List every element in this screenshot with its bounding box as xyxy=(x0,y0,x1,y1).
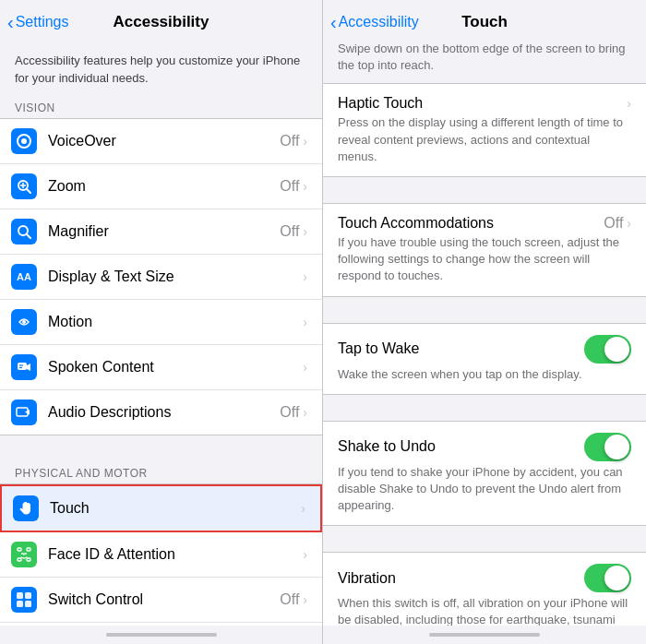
haptic-touch-item[interactable]: Haptic Touch › Press on the display usin… xyxy=(323,84,646,176)
accessibility-back-button[interactable]: ‹ Accessibility xyxy=(330,12,419,33)
vision-section: VoiceOver Off › Zoom Off › Magnifier Off xyxy=(0,118,322,435)
display-text-label: Display & Text Size xyxy=(48,268,303,285)
right-scroll: Swipe down on the bottom edge of the scr… xyxy=(323,41,646,626)
svg-rect-18 xyxy=(27,558,30,561)
tap-wake-item[interactable]: Tap to Wake Wake the screen when you tap… xyxy=(323,324,646,394)
audio-desc-chevron-icon: › xyxy=(303,405,307,420)
spoken-content-icon xyxy=(11,354,37,380)
right-back-chevron-icon: ‹ xyxy=(330,12,337,33)
touch-chevron-icon: › xyxy=(301,501,305,516)
zoom-value: Off xyxy=(280,178,299,195)
audio-desc-icon xyxy=(11,400,37,425)
shake-undo-item[interactable]: Shake to Undo If you tend to shake your … xyxy=(323,422,646,526)
right-home-bar xyxy=(323,626,646,644)
switch-ctrl-icon xyxy=(11,587,37,613)
settings-back-button[interactable]: ‹ Settings xyxy=(7,12,68,33)
svg-rect-25 xyxy=(25,601,31,607)
svg-rect-16 xyxy=(27,548,30,551)
switch-ctrl-chevron-icon: › xyxy=(303,592,307,607)
vibration-toggle-thumb xyxy=(604,566,629,590)
haptic-touch-title: Haptic Touch xyxy=(338,95,423,112)
description-box: Accessibility features help you customiz… xyxy=(0,41,322,96)
face-id-label: Face ID & Attention xyxy=(48,546,303,563)
shake-undo-desc: If you tend to shake your iPhone by acci… xyxy=(338,464,631,515)
touch-acc-desc: If you have trouble using the touch scre… xyxy=(338,234,631,285)
motion-chevron-icon: › xyxy=(303,315,307,329)
left-scroll: Accessibility features help you customiz… xyxy=(0,41,322,626)
svg-point-19 xyxy=(21,553,23,555)
list-item-display-text[interactable]: AA Display & Text Size › xyxy=(0,255,322,300)
motion-icon xyxy=(11,309,37,335)
svg-point-20 xyxy=(25,553,27,555)
svg-marker-10 xyxy=(27,364,30,371)
right-panel: ‹ Accessibility Touch Swipe down on the … xyxy=(323,0,646,644)
left-nav-bar: ‹ Settings Accessibility xyxy=(0,0,322,41)
spoken-content-chevron-icon: › xyxy=(303,360,307,375)
list-item-audio-desc[interactable]: Audio Descriptions Off › xyxy=(0,390,322,435)
list-item-switch-ctrl[interactable]: Switch Control Off › xyxy=(0,578,322,623)
svg-point-8 xyxy=(22,320,26,324)
vision-section-label: VISION xyxy=(0,96,322,118)
display-text-chevron-icon: › xyxy=(303,269,307,284)
shake-undo-section: Shake to Undo If you tend to shake your … xyxy=(323,421,646,527)
zoom-icon xyxy=(11,173,37,199)
voiceover-chevron-icon: › xyxy=(303,134,307,149)
tap-wake-section: Tap to Wake Wake the screen when you tap… xyxy=(323,323,646,395)
left-page-title: Accessibility xyxy=(114,13,209,31)
right-back-label: Accessibility xyxy=(339,14,419,30)
zoom-chevron-icon: › xyxy=(303,179,307,194)
touch-icon xyxy=(13,495,39,521)
touch-acc-item[interactable]: Touch Accommodations Off › If you have t… xyxy=(323,204,646,296)
right-nav-bar: ‹ Accessibility Touch xyxy=(323,0,646,41)
list-item-motion[interactable]: Motion › xyxy=(0,300,322,345)
list-item-face-id[interactable]: Face ID & Attention › xyxy=(0,532,322,578)
magnifier-chevron-icon: › xyxy=(303,224,307,239)
vibration-item[interactable]: Vibration When this switch is off, all v… xyxy=(323,553,646,626)
svg-line-3 xyxy=(27,189,30,193)
physical-motor-section: Touch › Face ID & Attention › Switch Con… xyxy=(0,483,322,626)
right-home-indicator xyxy=(429,633,540,637)
svg-rect-17 xyxy=(18,558,21,561)
spoken-content-label: Spoken Content xyxy=(48,359,303,376)
list-item-zoom[interactable]: Zoom Off › xyxy=(0,164,322,209)
touch-acc-value: Off xyxy=(604,215,623,232)
touch-label: Touch xyxy=(50,500,301,517)
shake-undo-toggle-thumb xyxy=(604,435,629,459)
back-label: Settings xyxy=(16,14,69,30)
back-chevron-icon: ‹ xyxy=(7,12,14,33)
tap-wake-toggle[interactable] xyxy=(584,335,631,364)
right-page-title: Touch xyxy=(461,13,508,31)
svg-rect-9 xyxy=(18,363,27,370)
left-home-bar xyxy=(0,626,322,644)
section-gap-1 xyxy=(0,435,322,461)
touch-acc-section: Touch Accommodations Off › If you have t… xyxy=(323,203,646,297)
vibration-desc: When this switch is off, all vibration o… xyxy=(338,595,631,626)
description-text: Accessibility features help you customiz… xyxy=(15,54,300,85)
audio-desc-value: Off xyxy=(280,404,299,421)
vibration-title: Vibration xyxy=(338,570,396,587)
display-text-icon: AA xyxy=(11,264,37,290)
vibration-section: Vibration When this switch is off, all v… xyxy=(323,552,646,626)
touch-acc-title: Touch Accommodations xyxy=(338,215,494,232)
svg-line-7 xyxy=(27,234,30,238)
switch-ctrl-label: Switch Control xyxy=(48,591,280,608)
touch-acc-chevron-icon: › xyxy=(627,216,631,231)
voiceover-icon xyxy=(11,128,37,154)
list-item-voiceover[interactable]: VoiceOver Off › xyxy=(0,119,322,164)
list-item-touch[interactable]: Touch › xyxy=(0,484,322,532)
voiceover-value: Off xyxy=(280,133,299,149)
svg-rect-23 xyxy=(25,592,31,599)
list-item-spoken-content[interactable]: Spoken Content › xyxy=(0,345,322,390)
list-item-magnifier[interactable]: Magnifier Off › xyxy=(0,209,322,255)
shake-undo-toggle[interactable] xyxy=(584,433,631,461)
home-indicator xyxy=(106,633,217,637)
svg-rect-24 xyxy=(17,601,23,607)
vibration-toggle[interactable] xyxy=(584,564,631,592)
magnifier-label: Magnifier xyxy=(48,223,280,240)
face-id-chevron-icon: › xyxy=(303,547,307,562)
tap-wake-toggle-thumb xyxy=(604,337,629,362)
audio-desc-label: Audio Descriptions xyxy=(48,404,280,421)
tap-wake-title: Tap to Wake xyxy=(338,340,419,357)
haptic-touch-section: Haptic Touch › Press on the display usin… xyxy=(323,83,646,177)
haptic-touch-chevron-icon: › xyxy=(627,96,631,111)
